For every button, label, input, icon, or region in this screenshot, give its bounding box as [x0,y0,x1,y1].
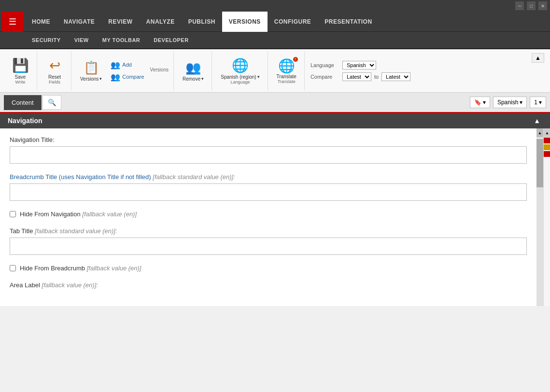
translate-badge: ! [293,57,298,62]
right-indicators: ▲ [543,128,550,306]
minimize-button[interactable]: ─ [515,1,524,10]
compare-button[interactable]: 👥 Compare [109,72,146,82]
remove-button[interactable]: 👥 Remove ▾ [180,58,207,84]
top-nav: ☰ HOME NAVIGATE REVIEW ANALYZE PUBLISH V… [0,12,550,32]
bookmark-button[interactable]: 🔖 ▾ [470,97,490,108]
translate-button[interactable]: 🌐 ! Translate Translate [274,56,299,86]
translate-options-group: Language Spanish Compare Latest to Lates… [306,51,415,90]
breadcrumb-fallback: [fallback standard value (en)]: [153,173,235,181]
tab-title-field: Tab Title [fallback standard value (en)]… [10,227,527,255]
language-group-label: Language [230,80,250,84]
versions-group-label-wrapper: Versions [150,67,169,74]
tab-title-input[interactable] [10,238,527,255]
spanish-region-label: Spanish (region) [221,74,256,80]
content-panel: Navigation Title: Breadcrumb Title (uses… [0,128,543,306]
save-icon: 💾 [12,57,29,73]
add-button[interactable]: 👥 Add [109,60,134,70]
nav-section-collapse-button[interactable]: ▲ [532,117,542,125]
versions-dropdown-arrow: ▾ [99,76,102,81]
search-button[interactable]: 🔍 [42,95,61,110]
menu-icon: ☰ [9,16,16,27]
hide-breadcrumb-label: Hide From Breadcrumb [fallback value (en… [20,265,141,272]
nav-analyze[interactable]: ANALYZE [140,12,182,32]
nav-review[interactable]: REVIEW [101,12,139,32]
versions-button[interactable]: 📋 Versions ▾ [77,58,105,84]
hamburger-button[interactable]: ☰ [2,12,23,32]
nav-developer[interactable]: DEVELOPER [147,31,195,49]
compare-from-select[interactable]: Latest [342,72,371,81]
page-label: 1 [534,99,537,106]
nav-home[interactable]: HOME [25,12,57,32]
reset-label: Reset [48,74,61,80]
toolbar-translate-group: 🌐 ! Translate Translate [269,51,305,90]
breadcrumb-link-text: Breadcrumb Title (uses Navigation Title … [10,173,151,181]
title-bar: ─ □ ✕ [0,0,550,12]
content-with-scrollbar: Navigation Title: Breadcrumb Title (uses… [0,128,543,306]
nav-mytoolbar[interactable]: MY TOOLBAR [96,31,147,49]
reset-sublabel: Fields [49,80,60,84]
compare-label: Compare [122,74,144,80]
maximize-button[interactable]: □ [527,1,536,10]
nav-view[interactable]: VIEW [68,31,96,49]
nav-presentation[interactable]: PRESENTATION [318,12,379,32]
scrollbar-thumb[interactable] [536,139,543,187]
versions-label: Versions [80,76,99,82]
save-button[interactable]: 💾 Save Write [9,56,32,86]
area-label-label: Area Label [fallback value (en)]: [10,281,527,289]
search-icon: 🔍 [48,98,56,106]
hide-nav-checkbox[interactable] [10,211,16,217]
scroll-up-button[interactable]: ▲ [536,128,543,137]
content-tab[interactable]: Content [4,95,42,110]
translate-icon-wrapper: 🌐 ! [278,58,295,74]
language-header-label: Spanish [497,99,518,106]
navigation-section-title: Navigation [8,117,42,125]
remove-dropdown-arrow: ▾ [201,76,204,81]
language-select[interactable]: Spanish [342,61,376,70]
nav-title-label: Navigation Title: [10,136,527,143]
versions-group-label: Versions [150,67,169,72]
versions-main: Content 🔍 🔖 ▾ Spanish ▾ 1 ▾ Navigation ▲ [0,93,550,306]
indicator-red-1 [544,138,550,143]
compare-row: Compare Latest to Latest [310,72,410,81]
hide-breadcrumb-checkbox[interactable] [10,265,16,271]
indicators-scroll-up[interactable]: ▲ [544,128,550,137]
compare-label2: Compare [310,74,339,80]
breadcrumb-input[interactable] [10,183,527,201]
scrollbar-track[interactable]: ▲ [536,128,543,306]
hide-nav-row: Hide From Navigation [fallback value (en… [10,210,527,218]
add-label: Add [122,62,132,68]
compare-to-label: to [374,74,379,80]
breadcrumb-label: Breadcrumb Title (uses Navigation Title … [10,173,527,181]
spanish-region-button[interactable]: 🌐 Spanish (region) ▾ Language [218,56,262,86]
language-row: Language Spanish [310,61,376,70]
remove-icon: 👥 [185,60,201,75]
remove-label: Remove [183,76,200,82]
form-content: Navigation Title: Breadcrumb Title (uses… [0,128,536,306]
nav-publish[interactable]: PUBLISH [182,12,222,32]
toolbar-collapse-button[interactable]: ▲ [532,53,544,63]
nav-navigate[interactable]: NAVIGATE [57,12,101,32]
toolbar-remove-group: 👥 Remove ▾ [175,51,212,90]
language-header-button[interactable]: Spanish ▾ [493,97,527,108]
nav-versions[interactable]: VERSIONS [222,12,268,32]
compare-icon: 👥 [111,72,120,82]
reset-button[interactable]: ↩ Reset Fields [43,56,66,86]
close-button[interactable]: ✕ [538,1,547,10]
toolbar-language-group: 🌐 Spanish (region) ▾ Language [213,51,268,90]
toolbar-save-group: 💾 Save Write [4,51,37,90]
page-button[interactable]: 1 ▾ [530,97,546,108]
area-label-field: Area Label [fallback value (en)]: [10,281,527,289]
indicator-red-2 [544,151,550,157]
nav-title-input[interactable] [10,146,527,164]
language-label: Language [310,62,339,68]
compare-to-select[interactable]: Latest [381,72,410,81]
nav-title-field: Navigation Title: [10,136,527,164]
region-dropdown-arrow: ▾ [257,74,260,79]
toolbar-versions-group: 📋 Versions ▾ 👥 Add 👥 Compare Versions [72,51,174,90]
nav-security[interactable]: SECURITY [25,31,68,49]
nav-configure[interactable]: CONFIGURE [268,12,318,32]
nav-section-controls: ▲ [532,117,542,125]
toolbar-collapse-wrapper: ▲ [530,51,546,90]
hide-breadcrumb-row: Hide From Breadcrumb [fallback value (en… [10,265,527,272]
breadcrumb-title-field: Breadcrumb Title (uses Navigation Title … [10,173,527,201]
